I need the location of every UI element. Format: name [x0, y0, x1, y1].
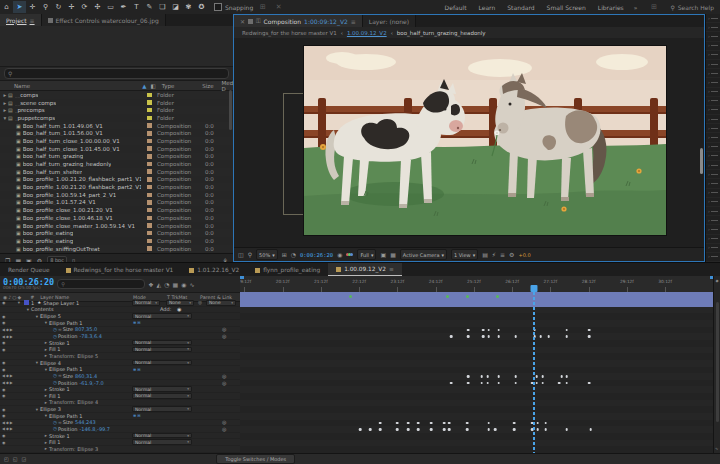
keyframe-dot[interactable] [407, 422, 410, 425]
snap-extra-icon[interactable]: ✕ [272, 1, 285, 13]
keyframe-dot[interactable] [561, 375, 564, 378]
toggle-switches-modes-button[interactable]: Toggle Switches / Modes [216, 454, 295, 464]
keyframe-dot[interactable] [487, 375, 490, 378]
timeline-row-plain[interactable]: ▸Transform: Ellipse 3 [0, 446, 240, 453]
dock-panel-row[interactable]: › [706, 170, 720, 179]
keyframe-dot[interactable] [542, 382, 545, 385]
timeline-row-group[interactable]: ◉▸Fill 1Normal▾ [0, 439, 240, 446]
current-time-display[interactable]: 0:00:26:20 00670 (25.00 fps) [3, 278, 54, 291]
keyframe-dot[interactable] [482, 335, 485, 338]
stopwatch-icon[interactable]: ◷ [53, 334, 57, 339]
label-color-swatch[interactable] [147, 116, 152, 121]
row-label[interactable]: Position [58, 333, 77, 339]
row-label[interactable]: Shape Layer 1 [43, 300, 79, 306]
timeline-tab-3[interactable]: flynn_profile_eating [247, 263, 328, 277]
row-label[interactable]: Fill 1 [49, 346, 60, 352]
timeline-row-prop[interactable]: ◀◆▶◷∞Size807,35.0◎ [0, 327, 240, 334]
keyframe-dot[interactable] [565, 382, 568, 385]
stopwatch-icon[interactable]: ◷ [53, 373, 57, 378]
keyframe-dot[interactable] [539, 335, 542, 338]
video-toggle[interactable]: ◉ [0, 407, 16, 412]
project-item[interactable]: ▣boo_half_turn_grazingComposition0:0 [0, 153, 233, 161]
mode-select[interactable]: Normal▾ [132, 406, 192, 412]
label-color-swatch[interactable] [147, 208, 152, 213]
project-item[interactable]: ▣Boo_profile_1.01.57.24_V1Composition0:0 [0, 199, 233, 207]
keyframe-dot[interactable] [565, 335, 568, 338]
keyframe-dot[interactable] [515, 375, 518, 378]
dock-panel-row[interactable]: › [706, 133, 720, 142]
keyframe-dot[interactable] [430, 422, 433, 425]
keyframe-nav[interactable]: ◀◆▶ [0, 380, 16, 385]
timeline-row-group[interactable]: ◉▾Ellipse 4Normal▾ [0, 360, 240, 367]
dock-panel-row[interactable]: › [706, 152, 720, 161]
timeline-tab-4[interactable]: 1.00.09.12_V2≡ [328, 263, 402, 277]
project-item[interactable]: ▣Boo_half_turn_1.01.56.00_V1Composition0… [0, 129, 233, 137]
label-color-swatch[interactable] [147, 169, 152, 174]
layer-duration-bar[interactable] [240, 300, 714, 307]
property-value[interactable]: 807,35.0 [75, 326, 97, 332]
keyframe-dot[interactable] [535, 375, 538, 378]
label-color-swatch[interactable] [147, 216, 152, 221]
expression-icon[interactable]: ◎ [222, 373, 226, 379]
keyframe-dot[interactable] [379, 422, 382, 425]
label-color-swatch[interactable] [147, 146, 152, 151]
dock-panel-row[interactable]: › [706, 235, 720, 244]
time-ruler[interactable]: 19:12f20:12f21:12f22:12f23:12f24:12f25:1… [240, 276, 714, 293]
keyframe-dot[interactable] [542, 375, 545, 378]
row-label[interactable]: Contents [31, 306, 54, 312]
link-dimensions-icon[interactable]: ∞ [58, 420, 62, 425]
mode-select[interactable]: Normal▾ [132, 439, 192, 445]
keyframe-dot[interactable] [588, 382, 591, 385]
timeline-row-path[interactable]: ◉▾Ellipse Path 1≡⊞ [0, 366, 240, 373]
dock-panel-row[interactable]: › [706, 97, 720, 106]
tab-composition[interactable]: ✕ ⚿ Composition 1:00:09:12_V2 ≡ [234, 15, 363, 27]
project-item[interactable]: ▸▤__compsFolder [0, 91, 233, 99]
keyframe-dot[interactable] [488, 329, 491, 332]
row-label[interactable]: Position [58, 380, 77, 386]
keyframe-dot[interactable] [467, 382, 470, 385]
expression-icon[interactable]: ◎ [222, 333, 226, 339]
roto-brush-tool[interactable]: ✾ [182, 1, 195, 13]
keyframe-dot[interactable] [498, 335, 501, 338]
pan-behind-tool[interactable]: ✣ [91, 1, 104, 13]
tab-project[interactable]: Project≡ [0, 14, 42, 26]
breadcrumb-root[interactable]: Redwings_for the horse master V1 [242, 30, 337, 36]
label-color-swatch[interactable] [147, 162, 152, 167]
keyframe-dot[interactable] [448, 428, 451, 431]
keyframe-nav[interactable]: ◀◆▶ [0, 327, 16, 332]
zoom-tool[interactable]: ⚲ [39, 1, 52, 13]
dock-panel-row[interactable]: › [706, 179, 720, 188]
dock-panel-row[interactable]: › [706, 78, 720, 87]
work-area-bar[interactable] [240, 292, 714, 300]
keyframe-nav[interactable]: ◀◆▶ [0, 426, 16, 431]
timeline-row-group[interactable]: ◉▸Stroke 1Normal▾ [0, 386, 240, 393]
label-color-swatch[interactable] [147, 108, 152, 113]
keyframe-dot[interactable] [487, 382, 490, 385]
graph-editor-icon[interactable]: ∿ [189, 281, 194, 288]
keyframe-dot[interactable] [547, 335, 550, 338]
dock-panel-row[interactable]: › [706, 115, 720, 124]
frame-blending-icon[interactable]: ▦ [172, 281, 178, 288]
keyframe-dot[interactable] [466, 428, 469, 431]
hide-shy-layers-icon[interactable]: ◔ [164, 281, 169, 288]
expression-keyframe-dot[interactable] [349, 295, 352, 298]
brush-tool[interactable]: ✎ [143, 1, 156, 13]
project-search-input[interactable]: ⚲ [4, 68, 229, 79]
stopwatch-icon[interactable]: ◷ [53, 327, 57, 332]
project-item[interactable]: ▣Boo_profile_1.00.21.20_flashback_part1_… [0, 176, 233, 184]
view-layout-select[interactable]: 1 View▾ [451, 249, 478, 260]
zoom-select[interactable]: 50%▾ [256, 249, 278, 260]
keyframe-dot[interactable] [450, 382, 453, 385]
label-color-swatch[interactable] [147, 177, 152, 182]
project-scrollbar[interactable] [229, 90, 232, 130]
row-label[interactable]: Fill 1 [49, 439, 60, 445]
parent-select[interactable]: None▾ [206, 300, 236, 306]
label-color-swatch[interactable] [147, 100, 152, 105]
eraser-tool[interactable]: ◪ [169, 1, 182, 13]
keyframe-nav[interactable]: ◀◆▶ [0, 420, 16, 425]
dock-panel-row[interactable]: › [706, 161, 720, 170]
menu-icon[interactable]: ≡ [389, 266, 394, 272]
snap-options-icon[interactable]: ⊞ [256, 1, 269, 13]
project-item[interactable]: ▾▤_puppetcompsFolder [0, 114, 233, 122]
keyframe-dot[interactable] [588, 329, 591, 332]
